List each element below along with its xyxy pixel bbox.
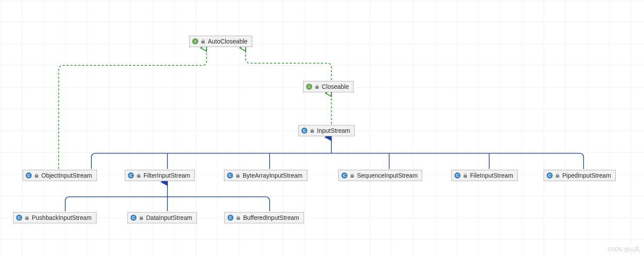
lock-icon	[137, 173, 141, 178]
lock-icon	[236, 173, 240, 178]
node-fileinputstream[interactable]: C FileInputStream	[451, 170, 518, 181]
class-icon: C	[128, 172, 134, 179]
class-icon: C	[227, 172, 233, 179]
class-icon: C	[130, 215, 137, 221]
lock-icon	[350, 173, 354, 178]
node-datainputstream[interactable]: C DataInputStream	[127, 212, 197, 223]
node-label: InputStream	[317, 127, 350, 134]
lock-icon	[555, 173, 560, 178]
node-pushbackinputstream[interactable]: C PushbackInputStream	[13, 212, 97, 223]
node-label: Closeable	[322, 83, 349, 90]
class-icon: C	[16, 215, 22, 221]
class-icon: C	[341, 172, 347, 179]
lock-icon	[201, 39, 205, 44]
node-label: PipedInputStream	[562, 172, 611, 179]
node-bufferedinputstream[interactable]: C BufferedInputStream	[224, 212, 304, 223]
node-label: AutoCloseable	[208, 38, 247, 45]
node-autocloseable[interactable]: I AutoCloseable	[189, 36, 252, 47]
node-label: PushbackInputStream	[32, 214, 92, 221]
class-icon: C	[26, 172, 32, 179]
lock-icon	[34, 173, 39, 178]
lock-icon	[463, 173, 467, 178]
interface-icon: I	[306, 84, 312, 90]
node-label: DataInputStream	[146, 214, 192, 221]
lock-icon	[25, 216, 29, 220]
interface-icon: I	[192, 38, 198, 44]
lock-icon	[310, 128, 314, 133]
lock-icon	[236, 216, 240, 220]
class-icon: C	[301, 128, 307, 134]
node-label: ByteArrayInputStream	[243, 172, 303, 179]
lock-icon	[139, 216, 143, 220]
node-closeable[interactable]: I Closeable	[303, 81, 354, 92]
class-icon: C	[547, 172, 553, 179]
node-label: FileInputStream	[470, 172, 513, 179]
node-label: BufferedInputStream	[243, 214, 299, 221]
node-objectinputstream[interactable]: C ObjectInputStream	[23, 170, 97, 181]
node-label: FilterInputStream	[143, 172, 190, 179]
node-pipedinputstream[interactable]: C PipedInputStream	[544, 170, 616, 181]
node-label: SequenceInputStream	[357, 172, 417, 179]
node-label: ObjectInputStream	[41, 172, 92, 179]
lock-icon	[315, 84, 319, 89]
node-bytearrayinputstream[interactable]: C ByteArrayInputStream	[224, 170, 307, 181]
node-sequenceinputstream[interactable]: C SequenceInputStream	[338, 170, 422, 181]
class-icon: C	[454, 172, 460, 179]
watermark: CSDN @沁禹	[607, 246, 640, 253]
class-icon: C	[227, 215, 234, 221]
node-filterinputstream[interactable]: C FilterInputStream	[125, 170, 195, 181]
node-inputstream[interactable]: C InputStream	[298, 125, 355, 136]
